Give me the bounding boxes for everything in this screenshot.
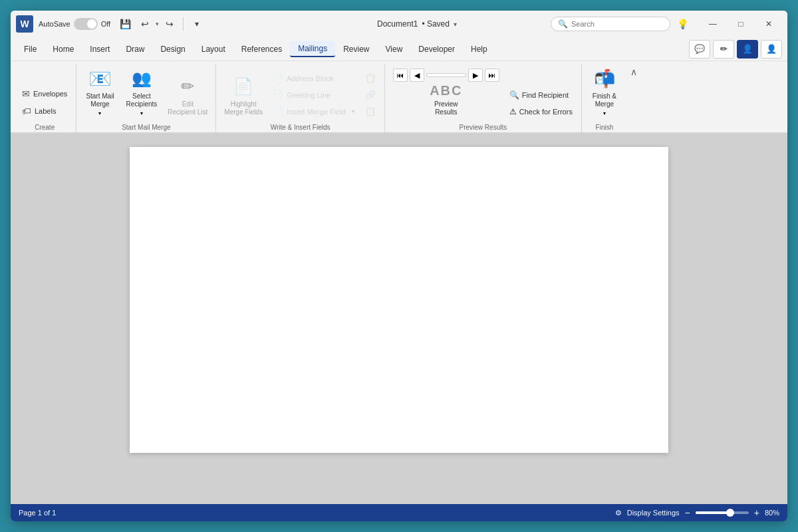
menu-design[interactable]: Design — [152, 42, 193, 57]
field-action-2-button[interactable]: 🔗 — [360, 87, 380, 102]
ribbon-group-preview-content: ⏮ ◀ ▶ ⏭ ABC PreviewResults 🔍 Find Recipi… — [389, 64, 577, 122]
nav-prev-button[interactable]: ◀ — [410, 68, 424, 82]
insert-merge-field-button[interactable]: 📄 Insert Merge Field ▾ — [268, 104, 359, 119]
find-recipient-label: Find Recipient — [522, 91, 569, 99]
menu-view[interactable]: View — [378, 42, 411, 57]
menu-layout[interactable]: Layout — [194, 42, 233, 57]
close-button[interactable]: ✕ — [755, 15, 782, 33]
field-action-3-icon: 📋 — [365, 106, 376, 116]
ribbon-collapse-button[interactable]: ∧ — [627, 64, 640, 132]
check-errors-label: Check for Errors — [519, 108, 573, 116]
edit-button[interactable]: ✏ — [713, 40, 734, 59]
ribbon-group-preview: ⏮ ◀ ▶ ⏭ ABC PreviewResults 🔍 Find Recipi… — [385, 64, 582, 132]
address-block-button[interactable]: 📄 Address Block — [268, 70, 359, 86]
search-input[interactable] — [571, 20, 663, 28]
select-recipients-icon: 👥 — [128, 66, 155, 90]
menu-insert[interactable]: Insert — [82, 42, 118, 57]
document-page[interactable] — [130, 147, 668, 453]
toggle-knob — [87, 19, 96, 29]
menu-draw[interactable]: Draw — [118, 42, 152, 57]
address-block-label: Address Block — [287, 74, 333, 82]
finish-merge-label: Finish &Merge — [593, 92, 616, 108]
autosave-toggle[interactable] — [74, 18, 98, 30]
profile-button[interactable]: 👤 — [761, 40, 782, 59]
menu-help[interactable]: Help — [463, 42, 495, 57]
menu-review[interactable]: Review — [335, 42, 377, 57]
preview-results-btn[interactable]: PreviewResults — [434, 99, 458, 116]
display-settings-label[interactable]: Display Settings — [627, 509, 680, 517]
zoom-minus-button[interactable]: − — [685, 507, 690, 518]
select-recipients-button[interactable]: 👥 SelectRecipients ▾ — [121, 64, 163, 119]
insert-merge-field-label: Insert Merge Field — [287, 108, 346, 116]
search-bar[interactable]: 🔍 — [551, 17, 670, 31]
field-action-2-icon: 🔗 — [365, 90, 376, 100]
undo-button[interactable]: ↩ — [136, 15, 154, 33]
menu-developer[interactable]: Developer — [410, 42, 463, 57]
envelopes-icon: ✉ — [22, 88, 30, 99]
page-info: Page 1 of 1 — [19, 509, 56, 517]
highlight-merge-fields-icon: 📄 — [230, 74, 257, 98]
address-block-icon: 📄 — [273, 73, 283, 83]
title-center: Document1 • Saved ▾ — [283, 19, 551, 29]
select-recipients-label: SelectRecipients — [126, 92, 158, 108]
field-actions-group: 📋 🔗 📋 — [360, 70, 380, 119]
ribbon-group-finish-content: 📬 Finish &Merge ▾ — [586, 64, 623, 122]
menu-file[interactable]: File — [16, 42, 45, 57]
greeting-line-icon: 📄 — [273, 90, 283, 100]
undo-arrow[interactable]: ▾ — [156, 21, 159, 27]
ribbon-create-label: Create — [17, 122, 72, 132]
check-for-errors-button[interactable]: ⚠ Check for Errors — [505, 104, 577, 119]
zoom-slider[interactable] — [696, 511, 749, 514]
greeting-line-label: Greeting Line — [287, 91, 331, 99]
doc-title: Document1 — [377, 19, 418, 29]
save-button[interactable]: 💾 — [116, 15, 134, 33]
check-errors-icon: ⚠ — [509, 107, 517, 116]
start-mail-merge-button[interactable]: 📧 Start MailMerge ▾ — [80, 64, 119, 119]
finish-merge-button[interactable]: 📬 Finish &Merge ▾ — [586, 64, 623, 119]
insert-merge-field-arrow: ▾ — [352, 108, 354, 114]
menu-references[interactable]: References — [233, 42, 290, 57]
start-mail-merge-icon: 📧 — [86, 66, 113, 90]
minimize-button[interactable]: — — [700, 15, 726, 33]
nav-last-button[interactable]: ⏭ — [485, 68, 499, 82]
customize-button[interactable]: ▾ — [188, 15, 206, 33]
share-button[interactable]: 👤 — [737, 40, 758, 59]
nav-next-button[interactable]: ▶ — [468, 68, 483, 82]
find-recipient-button[interactable]: 🔍 Find Recipient — [505, 88, 577, 102]
zoom-plus-button[interactable]: + — [754, 507, 759, 518]
greeting-line-button[interactable]: 📄 Greeting Line — [268, 87, 359, 102]
find-recipient-icon: 🔍 — [509, 90, 519, 100]
autosave-label: AutoSave — [39, 20, 70, 28]
ribbon-group-write-insert: 📄 HighlightMerge Fields 📄 Address Block … — [216, 64, 384, 132]
word-window: W AutoSave Off 💾 ↩ ▾ ↪ ▾ Document1 • Sav… — [11, 11, 787, 521]
field-action-1-button[interactable]: 📋 — [360, 70, 380, 86]
envelopes-label: Envelopes — [33, 90, 67, 98]
title-bar: W AutoSave Off 💾 ↩ ▾ ↪ ▾ Document1 • Sav… — [11, 11, 787, 37]
document-area[interactable] — [11, 134, 787, 504]
title-bar-left: W AutoSave Off 💾 ↩ ▾ ↪ ▾ — [16, 15, 283, 33]
edit-recipient-list-button[interactable]: ✏ EditRecipient List — [164, 72, 211, 119]
maximize-button[interactable]: □ — [728, 15, 754, 33]
envelopes-button[interactable]: ✉ Envelopes — [17, 86, 72, 102]
redo-button[interactable]: ↪ — [160, 15, 179, 33]
labels-icon: 🏷 — [22, 106, 31, 116]
title-dropdown[interactable]: ▾ — [454, 21, 457, 28]
labels-label: Labels — [35, 107, 56, 115]
menu-home[interactable]: Home — [45, 42, 82, 57]
edit-recipient-list-icon: ✏ — [174, 74, 201, 98]
zoom-level: 80% — [765, 509, 779, 517]
ribbon: ✉ Envelopes 🏷 Labels Create 📧 S — [11, 61, 787, 134]
ribbon-group-wi-content: 📄 HighlightMerge Fields 📄 Address Block … — [220, 64, 380, 122]
ribbon-group-create-content: ✉ Envelopes 🏷 Labels — [17, 64, 72, 122]
field-action-3-button[interactable]: 📋 — [360, 104, 380, 119]
labels-button[interactable]: 🏷 Labels — [17, 103, 72, 119]
comment-button[interactable]: 💬 — [689, 40, 710, 59]
nav-controls-top: ⏮ ◀ ▶ ⏭ — [393, 68, 499, 82]
nav-first-button[interactable]: ⏮ — [393, 68, 408, 82]
lightbulb-button[interactable]: 💡 — [673, 15, 692, 33]
preview-results-label: PreviewResults — [434, 100, 458, 116]
menu-mailings[interactable]: Mailings — [290, 41, 335, 57]
saved-indicator: • Saved — [422, 19, 450, 29]
highlight-merge-fields-button[interactable]: 📄 HighlightMerge Fields — [220, 72, 267, 119]
ribbon-sms-label: Start Mail Merge — [80, 122, 211, 132]
